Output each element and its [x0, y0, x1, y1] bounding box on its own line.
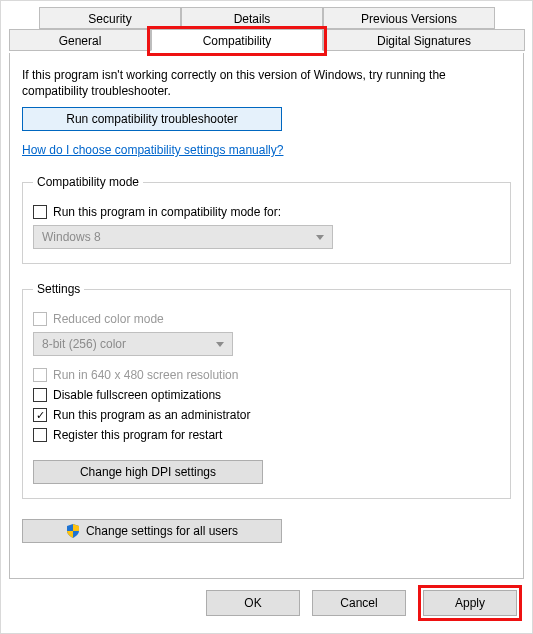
compatibility-mode-legend: Compatibility mode	[33, 175, 143, 189]
run-640-label: Run in 640 x 480 screen resolution	[53, 368, 238, 382]
compatibility-panel: If this program isn't working correctly …	[9, 53, 524, 579]
register-restart-label: Register this program for restart	[53, 428, 222, 442]
run-as-admin-label: Run this program as an administrator	[53, 408, 250, 422]
tab-compatibility[interactable]: Compatibility	[151, 29, 323, 51]
tab-general[interactable]: General	[9, 29, 151, 51]
ok-button[interactable]: OK	[206, 590, 300, 616]
compat-mode-checkbox[interactable]	[33, 205, 47, 219]
disable-fullscreen-label: Disable fullscreen optimizations	[53, 388, 221, 402]
compat-mode-select-value: Windows 8	[42, 230, 101, 244]
shield-icon	[66, 524, 80, 538]
disable-fullscreen-checkbox[interactable]	[33, 388, 47, 402]
color-mode-select: 8-bit (256) color	[33, 332, 233, 356]
tab-details[interactable]: Details	[181, 7, 323, 29]
dialog-button-row: OK Cancel Apply	[206, 585, 522, 621]
reduced-color-label: Reduced color mode	[53, 312, 164, 326]
run-troubleshooter-button[interactable]: Run compatibility troubleshooter	[22, 107, 282, 131]
manual-settings-link[interactable]: How do I choose compatibility settings m…	[22, 143, 283, 157]
compat-mode-select[interactable]: Windows 8	[33, 225, 333, 249]
settings-legend: Settings	[33, 282, 84, 296]
change-all-users-button[interactable]: Change settings for all users	[22, 519, 282, 543]
register-restart-checkbox[interactable]	[33, 428, 47, 442]
run-as-admin-checkbox[interactable]	[33, 408, 47, 422]
tab-previous-versions[interactable]: Previous Versions	[323, 7, 495, 29]
tab-strip: Security Details Previous Versions Gener…	[9, 7, 524, 55]
cancel-button[interactable]: Cancel	[312, 590, 406, 616]
apply-button[interactable]: Apply	[423, 590, 517, 616]
tab-security[interactable]: Security	[39, 7, 181, 29]
change-dpi-button[interactable]: Change high DPI settings	[33, 460, 263, 484]
compat-mode-checkbox-label: Run this program in compatibility mode f…	[53, 205, 281, 219]
highlight-apply-button: Apply	[418, 585, 522, 621]
chevron-down-icon	[216, 342, 224, 347]
color-mode-select-value: 8-bit (256) color	[42, 337, 126, 351]
change-all-users-label: Change settings for all users	[86, 524, 238, 538]
compatibility-mode-group: Compatibility mode Run this program in c…	[22, 175, 511, 264]
intro-text: If this program isn't working correctly …	[22, 67, 452, 99]
run-640-checkbox	[33, 368, 47, 382]
settings-group: Settings Reduced color mode 8-bit (256) …	[22, 282, 511, 499]
chevron-down-icon	[316, 235, 324, 240]
reduced-color-checkbox	[33, 312, 47, 326]
tab-digital-signatures[interactable]: Digital Signatures	[323, 29, 525, 51]
